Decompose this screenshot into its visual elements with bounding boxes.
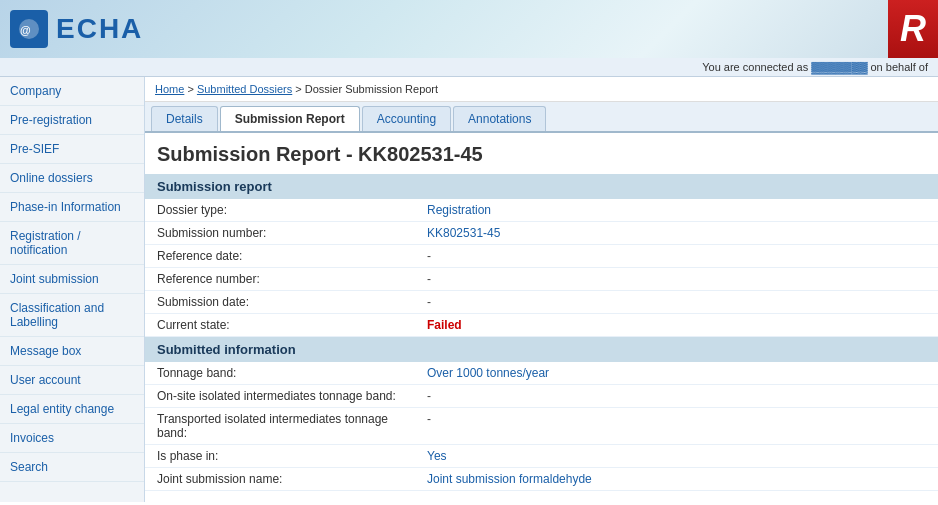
table-row: Current state: Failed [145,314,938,337]
tonnage-band-link[interactable]: Over 1000 tonnes/year [427,366,549,380]
sidebar-item-message-box[interactable]: Message box [0,337,144,366]
tabs-bar: Details Submission Report Accounting Ann… [145,102,938,133]
field-value: - [415,268,938,291]
submitted-info-section-header: Submitted information [145,337,938,362]
sidebar-item-user-account[interactable]: User account [0,366,144,395]
breadcrumb-submitted-dossiers[interactable]: Submitted Dossiers [197,83,292,95]
field-value: Yes [415,445,938,468]
field-label: Tonnage band: [145,362,415,385]
table-row: Is phase in: Yes [145,445,938,468]
tab-accounting[interactable]: Accounting [362,106,451,131]
field-label: On-site isolated intermediates tonnage b… [145,385,415,408]
field-value: Joint submission formaldehyde [415,468,938,491]
sidebar-item-pre-sief[interactable]: Pre-SIEF [0,135,144,164]
table-row: Tonnage band: Over 1000 tonnes/year [145,362,938,385]
tab-details[interactable]: Details [151,106,218,131]
field-label: Submission date: [145,291,415,314]
field-value: - [415,408,938,445]
field-label: Joint submission name: [145,468,415,491]
field-label: Is phase in: [145,445,415,468]
field-label: Submission number: [145,222,415,245]
sidebar-item-search[interactable]: Search [0,453,144,482]
username: ▓▓▓▓▓▓▓ [811,61,867,73]
field-label: Reference number: [145,268,415,291]
sidebar-item-invoices[interactable]: Invoices [0,424,144,453]
field-label: Transported isolated intermediates tonna… [145,408,415,445]
table-row: On-site isolated intermediates tonnage b… [145,385,938,408]
current-state-value: Failed [427,318,462,332]
header: @ ECHA R [0,0,938,58]
field-value: Registration [415,199,938,222]
breadcrumb-home[interactable]: Home [155,83,184,95]
breadcrumb: Home > Submitted Dossiers > Dossier Subm… [145,77,938,102]
joint-submission-name-link[interactable]: Joint submission formaldehyde [427,472,592,486]
submitted-info-table: Tonnage band: Over 1000 tonnes/year On-s… [145,362,938,491]
tab-annotations[interactable]: Annotations [453,106,546,131]
sidebar-item-company[interactable]: Company [0,77,144,106]
tab-submission-report[interactable]: Submission Report [220,106,360,131]
sidebar-item-pre-registration[interactable]: Pre-registration [0,106,144,135]
field-label: Current state: [145,314,415,337]
submission-number-link[interactable]: KK802531-45 [427,226,500,240]
table-row: Reference date: - [145,245,938,268]
field-value: - [415,245,938,268]
logo-icon: @ [10,10,48,48]
table-row: Submission date: - [145,291,938,314]
sidebar: Company Pre-registration Pre-SIEF Online… [0,77,145,502]
breadcrumb-current: Dossier Submission Report [305,83,438,95]
submission-report-section-header: Submission report [145,174,938,199]
is-phase-in-link[interactable]: Yes [427,449,447,463]
main-layout: Company Pre-registration Pre-SIEF Online… [0,77,938,502]
table-row: Transported isolated intermediates tonna… [145,408,938,445]
dossier-type-link[interactable]: Registration [427,203,491,217]
logo: @ ECHA [10,10,143,48]
submission-report-table: Dossier type: Registration Submission nu… [145,199,938,337]
sidebar-item-online-dossiers[interactable]: Online dossiers [0,164,144,193]
sidebar-item-classification-labelling[interactable]: Classification and Labelling [0,294,144,337]
sidebar-item-registration-notification[interactable]: Registration / notification [0,222,144,265]
sidebar-item-joint-submission[interactable]: Joint submission [0,265,144,294]
r-badge: R [888,0,938,58]
field-label: Dossier type: [145,199,415,222]
header-right: R [888,0,938,58]
connected-bar: You are connected as ▓▓▓▓▓▓▓ on behalf o… [0,58,938,77]
content-area: Home > Submitted Dossiers > Dossier Subm… [145,77,938,502]
table-row: Dossier type: Registration [145,199,938,222]
sidebar-item-phase-in-information[interactable]: Phase-in Information [0,193,144,222]
field-label: Reference date: [145,245,415,268]
logo-text: ECHA [56,13,143,45]
field-value: KK802531-45 [415,222,938,245]
table-row: Joint submission name: Joint submission … [145,468,938,491]
table-row: Submission number: KK802531-45 [145,222,938,245]
page-title: Submission Report - KK802531-45 [145,133,938,174]
table-row: Reference number: - [145,268,938,291]
field-value: - [415,385,938,408]
field-value: Failed [415,314,938,337]
svg-text:@: @ [20,24,31,36]
field-value: Over 1000 tonnes/year [415,362,938,385]
sidebar-item-legal-entity-change[interactable]: Legal entity change [0,395,144,424]
field-value: - [415,291,938,314]
